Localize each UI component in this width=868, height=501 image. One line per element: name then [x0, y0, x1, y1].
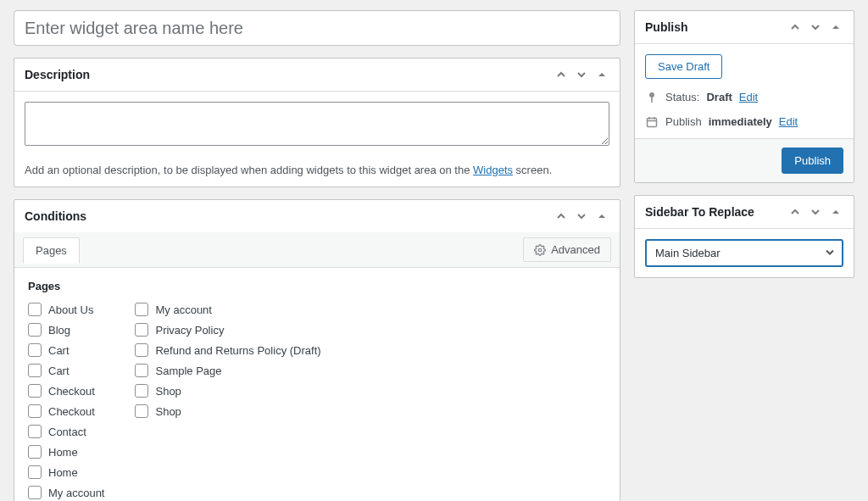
page-check-row[interactable]: Cart	[28, 364, 104, 377]
sidebar-replace-body: Main Sidebar	[635, 229, 854, 277]
page-label: Blog	[48, 324, 70, 337]
description-heading: Description	[25, 68, 90, 81]
toggle-panel-icon[interactable]	[828, 19, 843, 35]
widgets-link[interactable]: Widgets	[473, 164, 513, 176]
page-check-row[interactable]: Home	[28, 445, 104, 459]
page-check-row[interactable]: Home	[28, 465, 104, 479]
move-down-icon[interactable]	[574, 209, 589, 224]
page-label: About Us	[48, 303, 93, 316]
page-check-row[interactable]: Sample Page	[135, 364, 320, 377]
sidebar-replace-panel: Sidebar To Replace Main Sidebar	[634, 195, 854, 278]
move-up-icon[interactable]	[554, 67, 569, 82]
page-label: Home	[48, 446, 78, 459]
toggle-panel-icon[interactable]	[594, 67, 609, 82]
page-checkbox[interactable]	[135, 364, 148, 377]
publish-body: Save Draft Status: Draft Edit Publish im…	[635, 44, 854, 138]
pages-col-1: About UsBlogCartCartCheckoutCheckoutCont…	[28, 303, 104, 499]
page-checkbox[interactable]	[28, 465, 42, 479]
status-value: Draft	[706, 91, 732, 103]
page-check-row[interactable]: Contact	[28, 425, 104, 438]
conditions-header: Conditions	[14, 200, 620, 232]
page-checkbox[interactable]	[135, 323, 148, 337]
tab-pages[interactable]: Pages	[23, 237, 80, 264]
publish-button[interactable]: Publish	[782, 148, 843, 174]
sidebar-replace-header-actions	[787, 204, 843, 220]
page-check-row[interactable]: About Us	[28, 303, 104, 316]
description-textarea[interactable]	[25, 102, 609, 146]
conditions-panel: Conditions Pages	[14, 199, 620, 501]
page-check-row[interactable]: Checkout	[28, 384, 104, 398]
calendar-icon	[645, 116, 659, 128]
svg-rect-3	[648, 118, 657, 126]
sidebar-replace-header: Sidebar To Replace	[635, 196, 854, 229]
page-label: Checkout	[48, 385, 95, 398]
page-checkbox[interactable]	[28, 384, 42, 398]
advanced-button[interactable]: Advanced	[523, 237, 611, 262]
page-checkbox[interactable]	[135, 303, 148, 316]
description-header-actions	[554, 67, 609, 82]
publish-heading: Publish	[645, 20, 688, 34]
status-row: Status: Draft Edit	[645, 91, 843, 103]
toggle-panel-icon[interactable]	[828, 204, 843, 220]
toggle-panel-icon[interactable]	[594, 209, 609, 224]
conditions-header-actions	[554, 209, 609, 224]
page-check-row[interactable]: Privacy Policy	[135, 323, 320, 337]
page-check-row[interactable]: My account	[28, 486, 104, 499]
description-hint-prefix: Add an optional description, to be displ…	[25, 164, 473, 176]
move-down-icon[interactable]	[574, 67, 589, 82]
page-label: Privacy Policy	[155, 324, 224, 337]
page-checkbox[interactable]	[28, 425, 42, 438]
page-label: My account	[155, 303, 211, 316]
publish-panel: Publish Save Draft	[634, 10, 854, 183]
page-checkbox[interactable]	[28, 486, 42, 499]
pages-subheading: Pages	[28, 280, 606, 292]
pages-col-2: My accountPrivacy PolicyRefund and Retur…	[135, 303, 320, 499]
page-checkbox[interactable]	[135, 404, 148, 418]
move-down-icon[interactable]	[808, 204, 823, 220]
schedule-edit-link[interactable]: Edit	[779, 115, 798, 128]
page-check-row[interactable]: Blog	[28, 323, 104, 337]
pin-icon	[645, 92, 659, 103]
move-up-icon[interactable]	[554, 209, 569, 224]
description-body: Add an optional description, to be displ…	[14, 92, 620, 186]
schedule-row: Publish immediately Edit	[645, 115, 843, 128]
sidebar-select[interactable]: Main Sidebar	[645, 239, 843, 267]
move-down-icon[interactable]	[808, 19, 823, 35]
page-check-row[interactable]: Shop	[135, 404, 320, 418]
page-label: Checkout	[48, 405, 95, 418]
page-label: Shop	[155, 385, 181, 398]
sidebar-replace-heading: Sidebar To Replace	[645, 205, 754, 219]
svg-point-0	[538, 248, 542, 252]
page-checkbox[interactable]	[28, 364, 42, 377]
advanced-button-label: Advanced	[551, 243, 600, 256]
page-checkbox[interactable]	[28, 323, 42, 337]
page-check-row[interactable]: Checkout	[28, 404, 104, 418]
page-label: Cart	[48, 365, 70, 377]
page-label: Refund and Returns Policy (Draft)	[155, 344, 320, 357]
page-checkbox[interactable]	[135, 343, 148, 357]
status-edit-link[interactable]: Edit	[739, 91, 758, 103]
move-up-icon[interactable]	[787, 204, 803, 220]
schedule-prefix: Publish	[665, 115, 702, 128]
page-checkbox[interactable]	[28, 303, 42, 316]
publish-header: Publish	[635, 11, 854, 44]
sidebar-select-wrap: Main Sidebar	[645, 239, 843, 267]
gear-icon	[534, 244, 546, 256]
page-checkbox[interactable]	[28, 343, 42, 357]
page-checkbox[interactable]	[28, 445, 42, 459]
page-check-row[interactable]: My account	[135, 303, 320, 316]
widget-area-title-input[interactable]	[14, 10, 620, 46]
page-checkbox[interactable]	[135, 384, 148, 398]
page-check-row[interactable]: Cart	[28, 343, 104, 357]
publish-header-actions	[787, 19, 843, 35]
conditions-heading: Conditions	[25, 209, 86, 223]
page-checkbox[interactable]	[28, 404, 42, 418]
description-header: Description	[14, 58, 620, 92]
page-label: Sample Page	[155, 365, 221, 377]
publish-footer: Publish	[635, 138, 854, 182]
save-draft-button[interactable]: Save Draft	[645, 54, 722, 79]
page-label: My account	[48, 487, 104, 499]
page-check-row[interactable]: Shop	[135, 384, 320, 398]
move-up-icon[interactable]	[787, 19, 803, 35]
page-check-row[interactable]: Refund and Returns Policy (Draft)	[135, 343, 320, 357]
